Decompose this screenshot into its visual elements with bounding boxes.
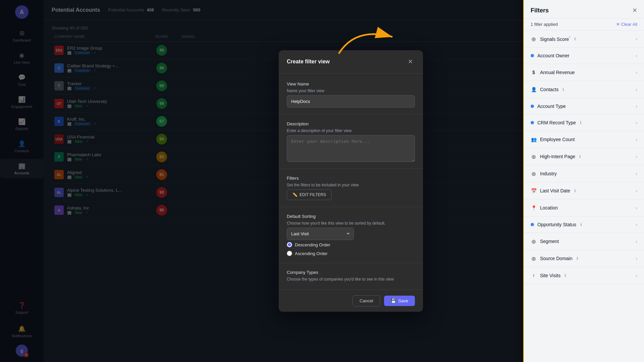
filter-icon: ◎ <box>531 255 537 261</box>
filters-close-button[interactable]: ✕ <box>632 7 637 14</box>
filter-info-icon: ℹ <box>580 120 582 125</box>
filter-item-source-domain[interactable]: ◎ Source Domain ℹ › <box>524 250 644 267</box>
filter-items-list: ◎ Signals Score* ℹ › Account Owner › $ A… <box>524 31 644 362</box>
filter-icon: ◎ <box>531 171 537 177</box>
filter-item-contacts[interactable]: 👤 Contacts ℹ › <box>524 81 644 98</box>
view-name-group: View Name Name your filter view <box>287 81 415 108</box>
filter-item-signals-score[interactable]: ◎ Signals Score* ℹ › <box>524 31 644 48</box>
radio-descending[interactable]: Descending Order <box>287 242 415 247</box>
filter-item-opportunity-status[interactable]: Opportunity Status ℹ › <box>524 217 644 233</box>
sorting-select[interactable]: Last Visit Company Name Score <box>287 228 354 240</box>
company-types-label: Company Types <box>287 270 415 275</box>
chevron-down-icon: › <box>636 256 637 261</box>
filter-item-last-visit-date[interactable]: 📅 Last Visit Date ℹ › <box>524 182 644 199</box>
modal-title: Create filter view <box>287 59 330 65</box>
filter-item-site-visits[interactable]: ↑ Site Visits ℹ › <box>524 267 644 284</box>
filter-info-icon: ℹ <box>574 188 576 193</box>
filter-label: Signals Score* <box>540 36 570 42</box>
modal-footer: Cancel 💾 Save <box>279 290 423 312</box>
filter-info-icon: ℹ <box>562 87 564 92</box>
chevron-down-icon: › <box>636 171 637 176</box>
radio-descending-input[interactable] <box>287 242 292 247</box>
company-types-sublabel: Choose the types of companies you'd like… <box>287 277 415 282</box>
chevron-down-icon: › <box>636 188 637 193</box>
filter-item-left: 👤 Contacts ℹ <box>531 86 564 93</box>
filter-item-left: Account Type <box>531 104 566 109</box>
filter-item-account-type[interactable]: Account Type › <box>524 98 644 115</box>
filter-label: Segment <box>540 239 559 244</box>
filter-info-icon: ℹ <box>565 273 566 278</box>
filter-icon: 👥 <box>531 136 537 142</box>
filter-info-icon: ℹ <box>579 154 581 159</box>
filter-item-employee-count[interactable]: 👥 Employee Count › <box>524 131 644 148</box>
filter-item-industry[interactable]: ◎ Industry › <box>524 165 644 182</box>
view-name-label: View Name <box>287 81 415 86</box>
filter-label: Last Visit Date <box>540 188 570 193</box>
sorting-sublabel: Choose how you'd like this view to be so… <box>287 221 415 226</box>
filter-icon: 👤 <box>531 86 537 93</box>
modal-close-button[interactable]: ✕ <box>406 57 415 66</box>
chevron-down-icon: › <box>636 36 637 42</box>
filter-item-left: $ Annual Revenue <box>531 69 575 75</box>
filter-label: Opportunity Status <box>537 222 576 227</box>
filter-info-icon: ℹ <box>574 37 576 41</box>
filter-item-left: 👥 Employee Count <box>531 136 575 142</box>
radio-ascending-input[interactable] <box>287 251 292 256</box>
divider-4 <box>279 263 423 263</box>
filter-label: CRM Record Type <box>537 120 576 125</box>
filter-icon: ↑ <box>531 273 537 279</box>
chevron-down-icon: › <box>636 120 637 125</box>
modal-header: Create filter view ✕ <box>279 50 423 73</box>
filters-label: Filters <box>287 176 415 181</box>
chevron-down-icon: › <box>636 87 637 92</box>
filter-dot-icon <box>531 121 534 124</box>
filter-asterisk: * <box>569 36 570 40</box>
filter-item-account-owner[interactable]: Account Owner › <box>524 48 644 64</box>
description-group: Description Enter a description of your … <box>287 121 415 162</box>
chevron-down-icon: › <box>636 205 637 210</box>
filter-label: Annual Revenue <box>540 70 575 75</box>
filter-item-left: 📍 Location <box>531 205 558 211</box>
chevron-down-icon: › <box>636 137 637 142</box>
description-label: Description <box>287 121 415 126</box>
chevron-down-icon: › <box>636 239 637 244</box>
filter-item-high-intent-page[interactable]: ◎ High-Intent Page ℹ › <box>524 148 644 165</box>
filters-sublabel: Set the filters to be included in your v… <box>287 183 415 187</box>
filter-info-icon: ℹ <box>580 222 582 227</box>
radio-ascending-label: Ascending Order <box>295 251 328 256</box>
filter-label: Industry <box>540 171 557 176</box>
description-textarea[interactable] <box>287 135 415 162</box>
filters-applied-text: 1 filter applied <box>531 22 558 27</box>
filter-item-left: ◎ Industry <box>531 171 557 177</box>
filter-item-left: ◎ High-Intent Page ℹ <box>531 154 581 160</box>
filter-item-segment[interactable]: ◎ Segment › <box>524 233 644 250</box>
filter-item-left: ◎ Source Domain ℹ <box>531 255 578 261</box>
save-button[interactable]: 💾 Save <box>384 296 415 306</box>
cancel-button[interactable]: Cancel <box>353 295 380 306</box>
filter-item-left: Account Owner <box>531 53 570 58</box>
filter-item-left: 📅 Last Visit Date ℹ <box>531 188 576 194</box>
filter-icon: 📍 <box>531 205 537 211</box>
filters-panel-header: Filters ✕ <box>524 0 644 18</box>
description-sublabel: Enter a description of your filter view <box>287 128 415 133</box>
filter-item-left: ◎ Signals Score* ℹ <box>531 36 576 42</box>
divider-1 <box>279 114 423 115</box>
filter-item-location[interactable]: 📍 Location › <box>524 199 644 217</box>
filters-group: Filters Set the filters to be included i… <box>287 176 415 200</box>
view-name-input[interactable] <box>287 95 415 108</box>
filter-dot-icon <box>531 105 534 108</box>
filter-label: High-Intent Page <box>540 154 575 159</box>
chevron-down-icon: › <box>636 104 637 109</box>
clear-all-button[interactable]: ✕ Clear All <box>616 22 637 27</box>
radio-ascending[interactable]: Ascending Order <box>287 251 415 256</box>
filter-item-left: ◎ Segment <box>531 238 559 244</box>
edit-filters-button[interactable]: ✏️ EDIT FILTERS <box>287 189 332 200</box>
filter-item-annual-revenue[interactable]: $ Annual Revenue › <box>524 64 644 81</box>
chevron-down-icon: › <box>636 154 637 159</box>
filter-item-crm-record-type[interactable]: CRM Record Type ℹ › <box>524 115 644 131</box>
chevron-down-icon: › <box>636 273 637 278</box>
company-types-group: Company Types Choose the types of compan… <box>287 270 415 282</box>
filter-label: Source Domain <box>540 256 573 261</box>
filter-icon: ◎ <box>531 238 537 244</box>
filter-label: Site Visits <box>540 273 560 278</box>
